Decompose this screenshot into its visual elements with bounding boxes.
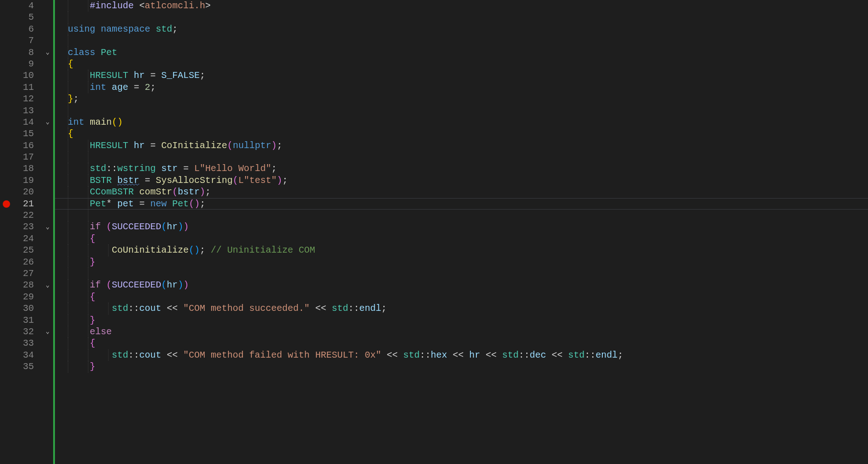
code-line[interactable]: { <box>55 291 868 303</box>
code-token: ( <box>106 280 112 290</box>
fold-toggle-icon[interactable]: ⌄ <box>44 47 51 58</box>
code-editor[interactable]: 4567891011121314151617181920212223242526… <box>0 0 868 464</box>
code-token <box>156 163 161 174</box>
line-number: 31 <box>13 315 34 326</box>
line-number: 16 <box>13 140 34 151</box>
code-token: > <box>205 0 211 11</box>
code-token: #include <box>90 0 139 11</box>
line-number: 33 <box>13 337 34 349</box>
code-token: () <box>189 199 200 209</box>
code-token: int <box>68 117 84 127</box>
code-token: () <box>112 117 123 127</box>
code-line[interactable] <box>55 268 868 279</box>
code-token: { <box>90 338 95 348</box>
code-token: 2 <box>145 82 150 93</box>
code-token <box>167 199 172 209</box>
code-token: class <box>68 47 95 58</box>
code-token: ( <box>172 187 178 197</box>
fold-gutter[interactable]: ⌄⌄⌄⌄⌄ <box>42 0 53 464</box>
code-line[interactable] <box>55 11 868 23</box>
code-line[interactable]: else <box>55 326 868 337</box>
code-line[interactable]: std::wstring str = L"Hello World"; <box>55 163 868 174</box>
code-token: ; <box>282 175 288 186</box>
code-line[interactable] <box>55 35 868 46</box>
line-number-gutter: 4567891011121314151617181920212223242526… <box>13 0 42 464</box>
line-number: 12 <box>13 93 34 105</box>
code-token: hr <box>134 140 145 151</box>
code-token: hr <box>167 221 178 232</box>
code-area[interactable]: #include <atlcomcli.h>using namespace st… <box>55 0 868 464</box>
code-token: ) <box>183 221 189 232</box>
code-line[interactable]: Pet* pet = new Pet(); <box>55 198 868 210</box>
code-line[interactable]: BSTR bstr = SysAllocString(L"test"); <box>55 175 868 186</box>
code-line[interactable]: class Pet <box>55 47 868 58</box>
fold-toggle-icon[interactable]: ⌄ <box>44 280 51 291</box>
code-token: SUCCEEDED <box>112 280 161 290</box>
code-line[interactable]: } <box>55 361 868 372</box>
code-token: Pet <box>90 199 106 209</box>
code-line[interactable]: { <box>55 337 868 349</box>
line-number: 21 <box>13 198 34 210</box>
line-number: 18 <box>13 163 34 174</box>
code-token: << <box>480 350 502 360</box>
line-number: 9 <box>13 58 34 70</box>
line-number: 28 <box>13 279 34 291</box>
code-token: ; <box>205 187 211 197</box>
code-line[interactable]: using namespace std; <box>55 23 868 35</box>
code-line[interactable]: } <box>55 256 868 268</box>
code-line[interactable]: if (SUCCEEDED(hr)) <box>55 221 868 232</box>
glyph-margin[interactable] <box>0 0 13 464</box>
code-line[interactable]: std::cout << "COM method succeeded." << … <box>55 303 868 314</box>
fold-toggle-icon[interactable]: ⌄ <box>44 116 51 128</box>
fold-toggle-icon[interactable]: ⌄ <box>44 221 51 233</box>
code-token: ) <box>178 280 183 290</box>
code-token: hr <box>167 280 178 290</box>
code-line[interactable]: if (SUCCEEDED(hr)) <box>55 279 868 291</box>
code-token: ; <box>200 245 211 255</box>
code-line[interactable]: int age = 2; <box>55 82 868 93</box>
line-number: 15 <box>13 128 34 139</box>
code-token: wstring <box>117 163 156 174</box>
code-token: if <box>90 280 101 290</box>
code-token: = <box>128 82 145 93</box>
code-token <box>128 70 134 81</box>
code-token: CoInitialize <box>161 140 227 151</box>
code-line[interactable]: HRESULT hr = CoInitialize(nullptr); <box>55 140 868 151</box>
code-line[interactable]: std::cout << "COM method failed with HRE… <box>55 349 868 361</box>
line-number: 22 <box>13 210 34 221</box>
breakpoint-icon[interactable] <box>3 200 10 208</box>
code-line[interactable]: CoUninitialize(); // Uninitialize COM <box>55 244 868 256</box>
code-token: { <box>90 233 95 244</box>
line-number: 11 <box>13 82 34 93</box>
code-line[interactable]: HRESULT hr = S_FALSE; <box>55 70 868 81</box>
code-token: dec <box>530 350 546 360</box>
line-number: 19 <box>13 175 34 186</box>
code-token <box>134 187 139 197</box>
line-number: 7 <box>13 35 34 46</box>
code-token: << <box>310 303 332 314</box>
code-token: } <box>90 361 95 372</box>
code-line[interactable]: int main() <box>55 116 868 128</box>
code-token: bstr <box>178 187 200 197</box>
code-token: S_FALSE <box>161 70 200 81</box>
code-line[interactable]: } <box>55 315 868 326</box>
line-number: 26 <box>13 256 34 268</box>
code-line[interactable]: { <box>55 233 868 244</box>
fold-toggle-icon[interactable]: ⌄ <box>44 326 51 337</box>
code-line[interactable] <box>55 151 868 163</box>
code-token: using <box>68 24 95 34</box>
code-line[interactable]: CComBSTR comStr(bstr); <box>55 186 868 198</box>
code-token: ; <box>172 24 178 34</box>
code-token: comStr <box>139 187 172 197</box>
code-token: nullptr <box>233 140 271 151</box>
code-token: :: <box>519 350 530 360</box>
code-token: SUCCEEDED <box>112 221 161 232</box>
code-token: ; <box>271 163 277 174</box>
code-line[interactable]: }; <box>55 93 868 105</box>
code-line[interactable]: { <box>55 128 868 139</box>
code-line[interactable]: #include <atlcomcli.h> <box>55 0 868 11</box>
code-line[interactable] <box>55 105 868 116</box>
code-line[interactable]: { <box>55 58 868 70</box>
code-token: std <box>112 350 128 360</box>
code-line[interactable] <box>55 210 868 221</box>
